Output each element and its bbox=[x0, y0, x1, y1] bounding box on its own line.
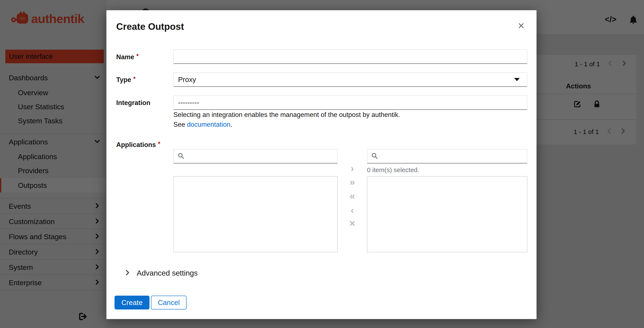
caret-down-icon bbox=[514, 78, 520, 81]
move-selected-left-icon[interactable]: ‹ bbox=[346, 204, 359, 215]
advanced-settings-expander[interactable]: Advanced settings bbox=[124, 269, 198, 277]
clear-selection-icon[interactable]: ✕ bbox=[346, 218, 359, 229]
type-select-value: Proxy bbox=[178, 76, 196, 84]
app-root: </> authentik User interface Dashboards … bbox=[0, 0, 644, 328]
chevron-right-icon bbox=[124, 269, 131, 277]
required-asterisk: * bbox=[136, 53, 138, 59]
modal-title: Create Outpost bbox=[116, 21, 184, 32]
search-icon bbox=[371, 153, 378, 160]
available-applications-list[interactable] bbox=[173, 176, 338, 252]
documentation-link[interactable]: documentation bbox=[187, 121, 230, 128]
create-outpost-modal: Create Outpost ✕ Name* Type* Proxy Integ… bbox=[106, 10, 536, 319]
advanced-settings-label: Advanced settings bbox=[137, 269, 198, 277]
available-search[interactable] bbox=[173, 149, 338, 164]
integration-help-line2: See documentation. bbox=[173, 120, 400, 130]
search-icon bbox=[178, 153, 184, 160]
type-select[interactable]: Proxy bbox=[173, 72, 527, 87]
name-label: Name* bbox=[116, 53, 138, 61]
integration-label: Integration bbox=[116, 99, 150, 107]
move-selected-right-icon[interactable]: › bbox=[346, 163, 359, 174]
selected-applications-list[interactable] bbox=[367, 176, 527, 252]
selected-search-input[interactable] bbox=[378, 152, 527, 160]
integration-select-value: --------- bbox=[178, 99, 199, 107]
available-search-input[interactable] bbox=[184, 152, 337, 160]
type-label: Type* bbox=[116, 76, 136, 84]
integration-help-line1: Selecting an integration enables the man… bbox=[173, 110, 400, 120]
cancel-button[interactable]: Cancel bbox=[151, 296, 186, 310]
required-asterisk: * bbox=[158, 141, 160, 147]
integration-help: Selecting an integration enables the man… bbox=[173, 110, 400, 130]
applications-label: Applications* bbox=[116, 141, 160, 149]
move-all-right-icon[interactable]: » bbox=[346, 176, 359, 187]
close-icon[interactable]: ✕ bbox=[516, 20, 527, 31]
create-button[interactable]: Create bbox=[114, 296, 150, 310]
move-all-left-icon[interactable]: « bbox=[346, 190, 359, 201]
selected-search[interactable] bbox=[367, 149, 527, 164]
name-input[interactable] bbox=[173, 49, 527, 64]
integration-select[interactable]: --------- bbox=[173, 95, 527, 110]
required-asterisk: * bbox=[133, 76, 136, 82]
selected-count: 0 item(s) selected. bbox=[367, 166, 419, 173]
